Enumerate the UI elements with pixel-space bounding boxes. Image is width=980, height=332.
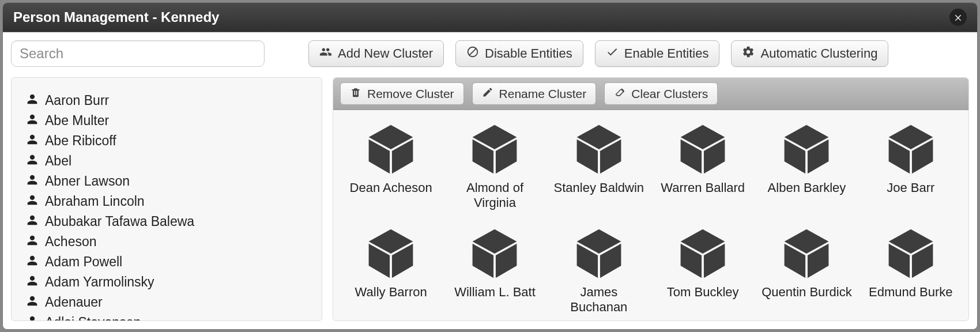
person-row[interactable]: Abubakar Tafawa Balewa <box>27 212 307 232</box>
cluster-label: Warren Ballard <box>661 180 745 195</box>
cluster-item[interactable]: Almond of Virginia <box>444 122 545 217</box>
person-name: Abner Lawson <box>45 173 130 189</box>
user-icon <box>27 254 38 270</box>
user-icon <box>27 93 38 108</box>
cube-icon <box>675 226 730 281</box>
cluster-grid: Dean AchesonAlmond of VirginiaStanley Ba… <box>333 110 968 320</box>
cluster-label: Wally Barron <box>355 285 427 300</box>
cluster-label: Dean Acheson <box>350 180 432 195</box>
person-name: Abel <box>45 153 71 169</box>
ban-icon <box>466 46 479 62</box>
cluster-label: James Buchanan <box>553 285 645 315</box>
clear-clusters-button[interactable]: Clear Clusters <box>604 82 718 105</box>
cube-icon <box>467 122 522 177</box>
cluster-item[interactable]: Warren Ballard <box>652 122 753 217</box>
person-name: Aaron Burr <box>45 93 109 108</box>
rename-cluster-button[interactable]: Rename Cluster <box>472 82 597 105</box>
cluster-item[interactable]: Tom Buckley <box>652 226 753 321</box>
cluster-item[interactable]: Stanley Baldwin <box>548 122 650 217</box>
user-icon <box>27 234 38 250</box>
cluster-label: Almond of Virginia <box>448 180 541 211</box>
user-icon <box>27 295 38 310</box>
person-name: Adlai Stevenson <box>45 315 141 321</box>
enable-entities-button[interactable]: Enable Entities <box>595 40 720 67</box>
person-row[interactable]: Adenauer <box>27 292 307 312</box>
cluster-panel: Remove Cluster Rename Cluster Clear Clus… <box>333 77 969 321</box>
person-row[interactable]: Abner Lawson <box>27 171 307 191</box>
person-name: Acheson <box>45 234 97 250</box>
cluster-item[interactable]: Quentin Burdick <box>756 226 857 321</box>
user-icon <box>27 133 38 149</box>
user-icon <box>27 153 38 169</box>
user-icon <box>27 113 38 129</box>
window: Person Management - Kennedy Add New Clus… <box>2 2 978 330</box>
window-title: Person Management - Kennedy <box>13 9 219 25</box>
button-label: Rename Cluster <box>499 87 587 101</box>
cluster-label: William L. Batt <box>454 285 536 300</box>
person-row[interactable]: Abel <box>27 151 307 171</box>
close-button[interactable] <box>949 9 967 26</box>
person-row[interactable]: Abe Ribicoff <box>27 131 307 151</box>
button-label: Add New Cluster <box>338 46 433 61</box>
person-row[interactable]: Adam Yarmolinsky <box>27 272 307 292</box>
cluster-item[interactable]: James Buchanan <box>548 226 650 321</box>
cube-icon <box>883 226 938 281</box>
cluster-item[interactable]: Wally Barron <box>340 226 442 321</box>
cluster-item[interactable]: William L. Batt <box>444 226 545 321</box>
person-name: Abe Ribicoff <box>45 133 116 149</box>
button-label: Disable Entities <box>485 46 572 61</box>
cluster-item[interactable]: Alben Barkley <box>756 122 857 217</box>
cluster-label: Edmund Burke <box>869 285 953 300</box>
close-icon <box>953 9 963 25</box>
button-label: Enable Entities <box>624 46 709 61</box>
cube-icon <box>779 122 834 177</box>
cluster-label: Alben Barkley <box>768 180 846 195</box>
automatic-clustering-button[interactable]: Automatic Clustering <box>731 40 888 67</box>
remove-cluster-button[interactable]: Remove Cluster <box>340 82 464 105</box>
cube-icon <box>363 226 419 281</box>
person-row[interactable]: Acheson <box>27 232 307 252</box>
cube-icon <box>779 226 834 281</box>
cluster-label: Tom Buckley <box>667 285 739 300</box>
add-cluster-button[interactable]: Add New Cluster <box>308 40 444 67</box>
person-row[interactable]: Abraham Lincoln <box>27 191 307 212</box>
person-name: Abraham Lincoln <box>45 194 145 209</box>
check-icon <box>606 46 619 62</box>
cube-icon <box>571 122 627 177</box>
person-name: Adam Powell <box>45 254 122 270</box>
user-icon <box>27 173 38 189</box>
titlebar: Person Management - Kennedy <box>3 3 977 32</box>
cluster-item[interactable]: Edmund Burke <box>860 226 962 321</box>
cluster-label: Joe Barr <box>887 180 934 195</box>
users-icon <box>319 46 332 62</box>
toolbar: Add New Cluster Disable Entities Enable … <box>3 32 977 77</box>
cluster-label: Stanley Baldwin <box>554 180 644 195</box>
button-label: Remove Cluster <box>367 87 454 101</box>
button-label: Automatic Clustering <box>760 46 877 61</box>
person-row[interactable]: Adlai Stevenson <box>27 312 307 321</box>
person-row[interactable]: Aaron Burr <box>27 90 307 111</box>
search-input[interactable] <box>11 40 265 67</box>
user-icon <box>27 194 38 209</box>
person-row[interactable]: Adam Powell <box>27 252 307 272</box>
cluster-label: Quentin Burdick <box>762 285 852 300</box>
people-sidebar: Aaron BurrAbe MulterAbe RibicoffAbelAbne… <box>11 77 322 321</box>
person-name: Adenauer <box>45 295 103 310</box>
cube-icon <box>467 226 522 281</box>
pencil-icon <box>482 86 493 101</box>
person-name: Adam Yarmolinsky <box>45 274 154 290</box>
eraser-icon <box>614 86 625 101</box>
cluster-item[interactable]: Dean Acheson <box>340 122 442 217</box>
user-icon <box>27 274 38 290</box>
person-row[interactable]: Abe Multer <box>27 111 307 131</box>
person-name: Abe Multer <box>45 113 109 129</box>
cluster-toolbar: Remove Cluster Rename Cluster Clear Clus… <box>333 78 968 110</box>
cube-icon <box>571 226 627 281</box>
person-name: Abubakar Tafawa Balewa <box>45 214 194 229</box>
cube-icon <box>883 122 938 177</box>
button-label: Clear Clusters <box>631 87 708 101</box>
user-icon <box>27 315 38 321</box>
cluster-item[interactable]: Joe Barr <box>860 122 962 217</box>
trash-icon <box>350 86 361 101</box>
disable-entities-button[interactable]: Disable Entities <box>455 40 583 67</box>
